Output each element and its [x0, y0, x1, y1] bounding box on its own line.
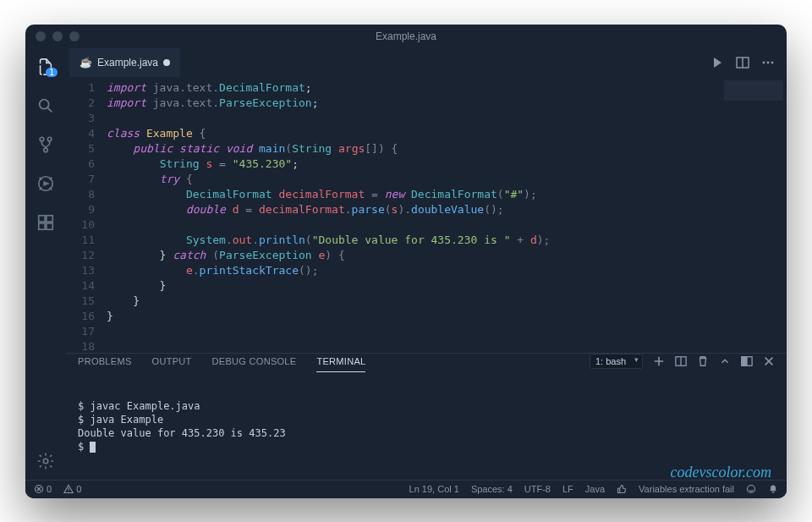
explorer-icon[interactable]: 1 — [34, 55, 58, 79]
extensions-icon[interactable] — [34, 211, 58, 234]
minimap[interactable] — [724, 80, 783, 131]
status-language[interactable]: Java — [585, 484, 605, 494]
bottom-panel: PROBLEMS OUTPUT DEBUG CONSOLE TERMINAL 1… — [66, 353, 787, 480]
svg-point-0 — [40, 99, 49, 108]
status-warnings[interactable]: 0 — [63, 484, 81, 494]
tab-problems[interactable]: PROBLEMS — [78, 356, 132, 366]
unsaved-dot-icon — [163, 59, 170, 66]
java-file-icon: ☕ — [80, 57, 92, 69]
svg-point-3 — [44, 148, 48, 152]
split-editor-icon[interactable] — [736, 56, 749, 69]
thumbs-icon[interactable] — [617, 484, 627, 494]
titlebar: Example.java — [25, 25, 787, 48]
svg-rect-6 — [39, 223, 45, 228]
new-terminal-icon[interactable] — [653, 355, 665, 367]
tab-bar: ☕ Example.java — [66, 48, 787, 77]
svg-rect-5 — [39, 215, 45, 221]
editor-window: Example.java 1 — [25, 25, 787, 498]
trash-icon[interactable] — [697, 355, 709, 367]
code-editor[interactable]: 123456789101112131415161718 import java.… — [66, 77, 787, 353]
svg-point-11 — [763, 61, 765, 63]
svg-point-1 — [40, 137, 44, 141]
close-panel-icon[interactable] — [763, 355, 775, 367]
chevron-up-icon[interactable] — [719, 355, 731, 367]
panel-tabs: PROBLEMS OUTPUT DEBUG CONSOLE TERMINAL 1… — [66, 354, 787, 369]
search-icon[interactable] — [34, 94, 58, 118]
svg-point-9 — [43, 459, 48, 464]
svg-rect-16 — [742, 356, 747, 365]
svg-point-2 — [47, 137, 52, 141]
split-terminal-icon[interactable] — [675, 355, 687, 367]
workbench: 1 ☕ Example.java — [25, 48, 787, 480]
activity-bar: 1 — [25, 48, 66, 480]
tab-debug-console[interactable]: DEBUG CONSOLE — [212, 356, 297, 366]
more-icon[interactable] — [761, 56, 775, 69]
svg-rect-8 — [47, 215, 52, 221]
explorer-badge: 1 — [46, 68, 58, 77]
status-bar: 0 0 Ln 19, Col 1 Spaces: 4 UTF-8 LF Java… — [25, 480, 787, 498]
editor-main: ☕ Example.java 1234567891011121314151617… — [66, 48, 787, 480]
window-title: Example.java — [25, 30, 787, 42]
editor-actions — [710, 56, 787, 69]
status-cursor[interactable]: Ln 19, Col 1 — [409, 484, 459, 494]
maximize-panel-icon[interactable] — [741, 355, 753, 367]
terminal-selector[interactable]: 1: bash — [590, 354, 643, 369]
bell-icon[interactable] — [768, 484, 778, 494]
debug-icon[interactable] — [34, 172, 58, 195]
status-eol[interactable]: LF — [562, 484, 573, 494]
svg-point-12 — [767, 61, 770, 63]
svg-point-13 — [771, 61, 774, 63]
settings-gear-icon[interactable] — [34, 449, 58, 473]
tab-output[interactable]: OUTPUT — [152, 356, 192, 366]
terminal-output[interactable]: $ javac Example.java$ java ExampleDouble… — [66, 369, 787, 480]
status-errors[interactable]: 0 — [34, 484, 52, 494]
watermark: codevscolor.com — [671, 465, 771, 479]
line-gutter: 123456789101112131415161718 — [66, 77, 107, 353]
run-icon[interactable] — [710, 56, 724, 69]
status-encoding[interactable]: UTF-8 — [524, 484, 551, 494]
source-control-icon[interactable] — [34, 133, 58, 157]
file-tab[interactable]: ☕ Example.java — [69, 48, 180, 77]
svg-rect-7 — [47, 223, 52, 228]
feedback-icon[interactable] — [746, 484, 756, 494]
status-message[interactable]: Variables extraction fail — [639, 484, 734, 494]
status-spaces[interactable]: Spaces: 4 — [471, 484, 513, 494]
code-content[interactable]: import java.text.DecimalFormat;import ja… — [107, 77, 787, 353]
tab-filename: Example.java — [97, 57, 158, 69]
